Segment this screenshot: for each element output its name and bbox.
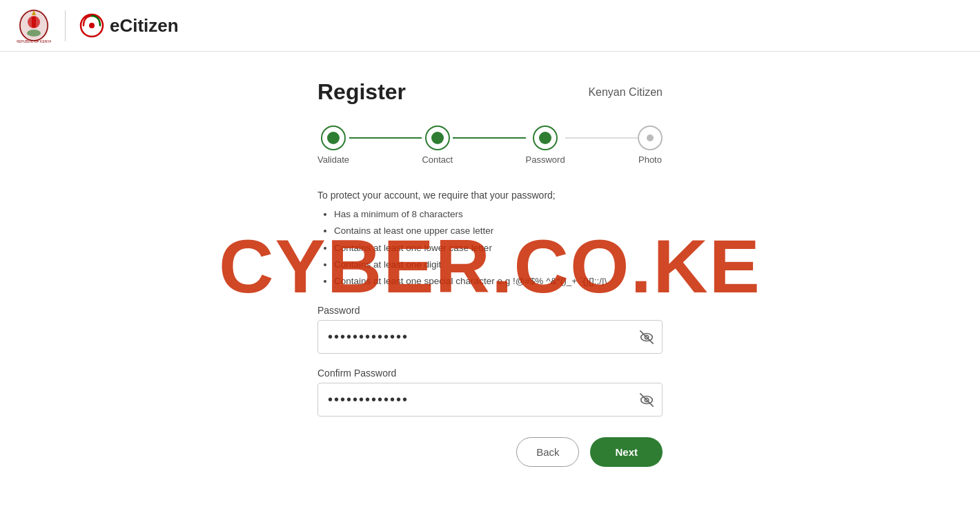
ecitizen-brand-icon bbox=[79, 13, 104, 38]
main-content: Register Kenyan Citizen Validate Contact bbox=[0, 52, 980, 481]
confirm-password-input[interactable] bbox=[317, 383, 663, 417]
connector-3 bbox=[565, 137, 638, 139]
password-input-wrapper bbox=[317, 320, 663, 354]
requirement-item: Contains at least one upper case letter bbox=[334, 224, 663, 238]
password-field-group: Password bbox=[317, 305, 663, 354]
requirement-item: Contains at least one lower case letter bbox=[334, 241, 663, 255]
stepper: Validate Contact Password bbox=[317, 126, 663, 165]
password-input[interactable] bbox=[317, 320, 663, 354]
step-circle-password bbox=[533, 126, 558, 150]
page-title: Register bbox=[317, 79, 406, 105]
kenya-coat-of-arms-icon: REPUBLIC OF KENYA bbox=[17, 7, 51, 45]
toggle-password-visibility-button[interactable] bbox=[639, 330, 654, 345]
title-row: Register Kenyan Citizen bbox=[317, 79, 663, 105]
step-label-photo: Photo bbox=[638, 154, 662, 165]
svg-text:REPUBLIC OF KENYA: REPUBLIC OF KENYA bbox=[17, 39, 51, 43]
connector-2 bbox=[453, 137, 525, 139]
button-row: Back Next bbox=[317, 437, 663, 467]
header: REPUBLIC OF KENYA eCitizen bbox=[0, 0, 980, 52]
svg-rect-3 bbox=[32, 17, 36, 28]
eye-icon bbox=[639, 392, 654, 408]
step-photo: Photo bbox=[638, 126, 663, 165]
eye-icon bbox=[639, 330, 654, 345]
requirement-item: Contains at least one special character … bbox=[334, 274, 663, 288]
svg-line-11 bbox=[640, 331, 653, 343]
requirements-intro: To protect your account, we require that… bbox=[317, 190, 663, 201]
svg-point-8 bbox=[89, 23, 95, 28]
step-contact: Contact bbox=[422, 126, 453, 165]
connector-1 bbox=[349, 137, 422, 139]
confirm-password-input-wrapper bbox=[317, 383, 663, 417]
step-password: Password bbox=[526, 126, 565, 165]
password-label: Password bbox=[317, 305, 663, 316]
confirm-password-field-group: Confirm Password bbox=[317, 368, 663, 417]
requirement-item: Has a minimum of 8 characters bbox=[334, 208, 663, 221]
step-circle-photo bbox=[638, 126, 663, 150]
back-button[interactable]: Back bbox=[516, 437, 579, 467]
citizen-type-label: Kenyan Citizen bbox=[588, 86, 663, 99]
step-label-validate: Validate bbox=[317, 154, 349, 165]
step-validate: Validate bbox=[317, 126, 349, 165]
ecitizen-brand-name: eCitizen bbox=[110, 15, 179, 37]
step-label-password: Password bbox=[526, 154, 565, 165]
confirm-password-label: Confirm Password bbox=[317, 368, 663, 379]
next-button[interactable]: Next bbox=[590, 437, 663, 467]
step-circle-contact bbox=[425, 126, 450, 150]
requirements-list: Has a minimum of 8 characters Contains a… bbox=[317, 208, 663, 288]
header-divider bbox=[65, 10, 66, 41]
step-label-contact: Contact bbox=[422, 154, 453, 165]
svg-line-14 bbox=[640, 394, 653, 406]
svg-point-4 bbox=[27, 30, 41, 37]
requirement-item: Contains at least one digit bbox=[334, 258, 663, 272]
ecitizen-logo: eCitizen bbox=[79, 13, 179, 38]
form-container: Register Kenyan Citizen Validate Contact bbox=[317, 79, 663, 467]
logo-area: REPUBLIC OF KENYA eCitizen bbox=[17, 7, 179, 45]
step-circle-validate bbox=[321, 126, 346, 150]
toggle-confirm-password-visibility-button[interactable] bbox=[639, 392, 654, 408]
